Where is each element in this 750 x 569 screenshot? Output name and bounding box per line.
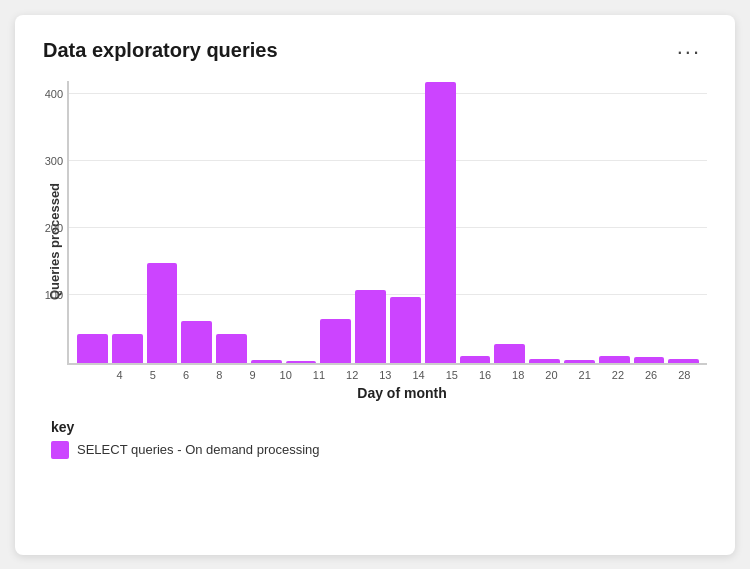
bar-group — [251, 81, 282, 363]
bar-group — [599, 81, 630, 363]
bar-group — [147, 81, 178, 363]
bar-group — [112, 81, 143, 363]
bar-group — [181, 81, 212, 363]
bar-group — [425, 81, 456, 363]
x-tick-label: 9 — [238, 365, 267, 381]
bar — [529, 359, 560, 362]
bar — [216, 334, 247, 362]
bar-group — [460, 81, 491, 363]
bar — [460, 356, 491, 363]
bar-group — [668, 81, 699, 363]
bar-group — [77, 81, 108, 363]
bar — [112, 334, 143, 362]
x-tick-label: 13 — [371, 365, 400, 381]
plot-area: 400300200100 — [67, 81, 707, 365]
x-tick-label: 22 — [603, 365, 632, 381]
bar-group — [529, 81, 560, 363]
bar-group — [320, 81, 351, 363]
bar — [390, 297, 421, 363]
bar — [564, 360, 595, 363]
bar — [634, 357, 665, 362]
chart-area: Queries processed 400300200100 456891011… — [43, 81, 707, 401]
bar-group — [494, 81, 525, 363]
bar — [599, 356, 630, 363]
bars-row — [77, 81, 699, 363]
x-tick-label: 5 — [138, 365, 167, 381]
x-tick-label: 18 — [504, 365, 533, 381]
x-tick-label: 12 — [338, 365, 367, 381]
x-tick-label: 10 — [271, 365, 300, 381]
bar — [494, 344, 525, 363]
x-axis-labels: 4568910111213141516182021222628 — [97, 365, 707, 381]
bar-group — [564, 81, 595, 363]
bar — [355, 290, 386, 363]
legend-item: SELECT queries - On demand processing — [51, 441, 707, 459]
bar — [320, 319, 351, 363]
bar — [668, 359, 699, 362]
bar — [286, 361, 317, 362]
bar — [77, 334, 108, 362]
bar-group — [634, 81, 665, 363]
x-tick-label: 8 — [205, 365, 234, 381]
bar — [181, 321, 212, 363]
x-tick-label: 28 — [670, 365, 699, 381]
bar — [251, 360, 282, 363]
x-tick-label: 4 — [105, 365, 134, 381]
legend-title: key — [51, 419, 707, 435]
legend-swatch — [51, 441, 69, 459]
x-tick-label: 15 — [437, 365, 466, 381]
y-axis-label: Queries processed — [43, 81, 65, 401]
more-options-button[interactable]: ··· — [671, 39, 707, 65]
legend-label: SELECT queries - On demand processing — [77, 442, 320, 457]
bar — [147, 263, 178, 362]
bar-group — [286, 81, 317, 363]
x-tick-label: 20 — [537, 365, 566, 381]
bar-group — [355, 81, 386, 363]
bar-group — [216, 81, 247, 363]
x-axis-title: Day of month — [97, 385, 707, 401]
x-tick-label: 6 — [171, 365, 200, 381]
x-tick-label: 14 — [404, 365, 433, 381]
card-title: Data exploratory queries — [43, 39, 278, 62]
x-tick-label: 21 — [570, 365, 599, 381]
x-tick-label: 26 — [637, 365, 666, 381]
x-tick-label: 11 — [304, 365, 333, 381]
card: Data exploratory queries ··· Queries pro… — [15, 15, 735, 555]
x-tick-label: 16 — [470, 365, 499, 381]
card-header: Data exploratory queries ··· — [43, 39, 707, 65]
legend: key SELECT queries - On demand processin… — [51, 419, 707, 459]
bar — [425, 82, 456, 363]
bar-group — [390, 81, 421, 363]
